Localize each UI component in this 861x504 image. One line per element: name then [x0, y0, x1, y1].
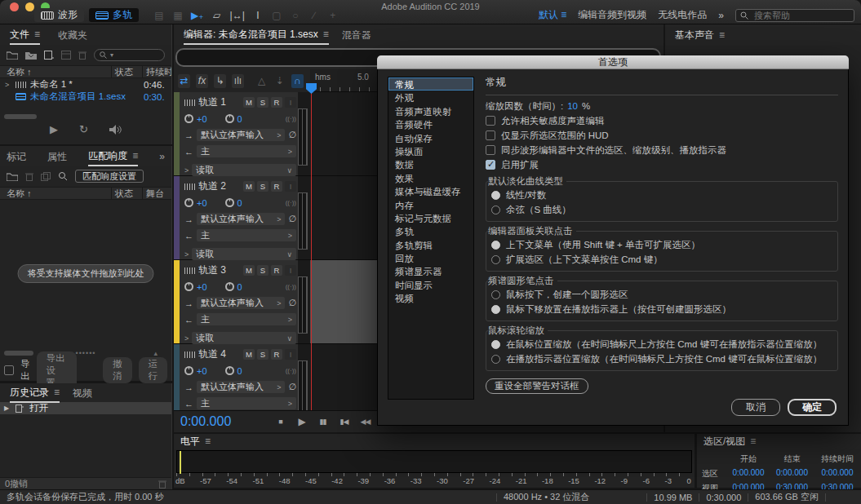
pause-button[interactable]: ▮▮: [314, 415, 331, 428]
waveform-view-button[interactable]: 波形: [34, 8, 84, 22]
tab-favorites[interactable]: 收藏夹: [58, 24, 87, 45]
loop-playback-icon[interactable]: ↻: [79, 123, 88, 135]
preferences-category[interactable]: 自动保存: [388, 131, 473, 144]
dialog-title[interactable]: 首选项: [377, 55, 849, 69]
time-selection-tool-icon[interactable]: I: [252, 10, 264, 21]
mute-button[interactable]: M: [243, 181, 255, 192]
panel-menu-icon[interactable]: ≡: [323, 24, 329, 44]
track-name[interactable]: 轨道 1: [198, 95, 226, 109]
volume-knob[interactable]: [184, 198, 193, 207]
monitor-input-button[interactable]: I: [285, 97, 296, 108]
phase-invert-icon[interactable]: ∅: [288, 298, 296, 308]
pan-value[interactable]: 0: [237, 114, 242, 124]
tab-essential-sound[interactable]: 基本声音≡: [675, 24, 725, 45]
tab-levels[interactable]: 电平≡: [180, 434, 211, 449]
tab-match-loudness[interactable]: 匹配响度≡: [88, 146, 138, 166]
export-checkbox[interactable]: [4, 365, 14, 375]
history-entry[interactable]: ▶ 打开: [0, 402, 171, 414]
match-loudness-settings-button[interactable]: 匹配响度设置: [75, 170, 144, 183]
preferences-category[interactable]: 标记与元数据: [388, 211, 473, 224]
preferences-category[interactable]: 多轨: [388, 224, 473, 237]
new-file-icon[interactable]: [44, 51, 54, 60]
metronome-icon[interactable]: △: [255, 74, 268, 88]
radio-button[interactable]: [491, 355, 500, 364]
track-color-strip[interactable]: [174, 260, 180, 343]
tab-video[interactable]: 视频: [73, 382, 92, 403]
track-color-strip[interactable]: [174, 92, 180, 175]
preferences-category[interactable]: 频谱显示器: [388, 264, 473, 277]
mute-button[interactable]: M: [243, 265, 255, 276]
preferences-category[interactable]: 视频: [388, 291, 473, 304]
mute-button[interactable]: M: [243, 349, 255, 360]
arm-record-button[interactable]: R: [271, 97, 282, 108]
disclosure-icon[interactable]: >: [184, 250, 189, 259]
track-output-select[interactable]: 主>: [197, 229, 296, 241]
mute-button[interactable]: M: [243, 97, 255, 108]
arrange-tracks-icon[interactable]: ⇄: [178, 74, 190, 88]
tab-properties[interactable]: 属性: [47, 146, 67, 166]
panel-menu-icon[interactable]: ≡: [54, 382, 60, 402]
open-file-icon[interactable]: [7, 51, 18, 60]
preferences-category[interactable]: 时间显示: [388, 278, 473, 291]
radio-button[interactable]: [491, 241, 500, 250]
volume-value[interactable]: +0: [197, 114, 207, 124]
monitor-input-button[interactable]: I: [285, 265, 296, 276]
meters-icon[interactable]: ılı: [232, 74, 244, 88]
tab-editor[interactable]: 编辑器: 未命名混音项目 1.sesx≡: [184, 24, 329, 45]
selection-duration[interactable]: 0:00.000: [814, 468, 861, 480]
files-search-box[interactable]: ▾: [94, 49, 165, 61]
tab-selection-view[interactable]: 选区/视图≡: [703, 434, 756, 449]
selection-end[interactable]: 0:00.000: [770, 468, 814, 480]
panel-menu-icon[interactable]: ≡: [132, 146, 138, 166]
scan-loudness-icon[interactable]: [58, 171, 68, 181]
track-color-strip[interactable]: [174, 344, 180, 410]
volume-value[interactable]: +0: [197, 282, 207, 292]
file-row[interactable]: > 未命名 1 * 0:46.: [0, 78, 171, 91]
disclosure-icon[interactable]: >: [184, 334, 189, 343]
panel-menu-icon[interactable]: ≡: [205, 434, 211, 449]
preferences-category[interactable]: 回放: [388, 251, 473, 264]
automation-mode-select[interactable]: 读取∨: [192, 332, 296, 344]
cancel-button[interactable]: 取消: [731, 399, 780, 416]
tab-files[interactable]: 文件≡: [10, 24, 40, 45]
track-input-select[interactable]: 默认立体声输入>: [197, 213, 285, 225]
arm-record-button[interactable]: R: [271, 265, 282, 276]
automation-mode-select[interactable]: 读取∨: [192, 248, 296, 260]
radio-button[interactable]: [491, 340, 500, 349]
razor-tool-icon[interactable]: ▱: [211, 10, 223, 21]
open-file-icon[interactable]: [7, 172, 18, 181]
undo-button[interactable]: 撤消: [103, 357, 132, 383]
preferences-category[interactable]: 操纵面: [388, 144, 473, 157]
track-output-select[interactable]: 主>: [197, 145, 296, 157]
radio-button[interactable]: [491, 305, 500, 314]
tab-history[interactable]: 历史记录≡: [10, 382, 60, 403]
pan-knob[interactable]: [225, 198, 234, 207]
track-input-select[interactable]: 默认立体声输入>: [197, 381, 285, 393]
solo-button[interactable]: S: [257, 97, 269, 108]
pan-knob[interactable]: [225, 282, 234, 291]
time-display[interactable]: 0:00.000: [180, 414, 270, 429]
panel-resize-dots-icon[interactable]: ••••••: [76, 349, 96, 357]
skip-to-start-button[interactable]: ▮◀: [335, 415, 353, 428]
play-button[interactable]: ▶: [293, 415, 310, 428]
monitor-input-button[interactable]: I: [285, 349, 296, 360]
radio-button[interactable]: [491, 206, 500, 214]
track-color-strip[interactable]: [174, 176, 180, 259]
autoscroll-icon[interactable]: ⇣: [273, 74, 286, 88]
preferences-category[interactable]: 音频声道映射: [388, 104, 473, 117]
checkbox[interactable]: [486, 145, 495, 155]
pan-knob[interactable]: [225, 114, 234, 123]
radio-button[interactable]: [491, 255, 500, 264]
file-row[interactable]: 未命名混音项目 1.sesx 0:30.: [0, 91, 171, 103]
stop-button[interactable]: ■: [272, 415, 289, 428]
pan-knob[interactable]: [225, 366, 234, 375]
checkbox[interactable]: [486, 160, 495, 170]
solo-button[interactable]: S: [257, 349, 269, 360]
volume-knob[interactable]: [184, 282, 193, 291]
phase-invert-icon[interactable]: ∅: [288, 214, 296, 224]
match-column-headers[interactable]: 名称 ↑ 状态 舞台: [0, 187, 171, 200]
rewind-button[interactable]: ◀◀: [357, 415, 374, 428]
track-name[interactable]: 轨道 4: [198, 347, 226, 361]
preferences-category[interactable]: 内存: [388, 198, 473, 211]
automation-mode-select[interactable]: 读取∨: [192, 164, 296, 176]
